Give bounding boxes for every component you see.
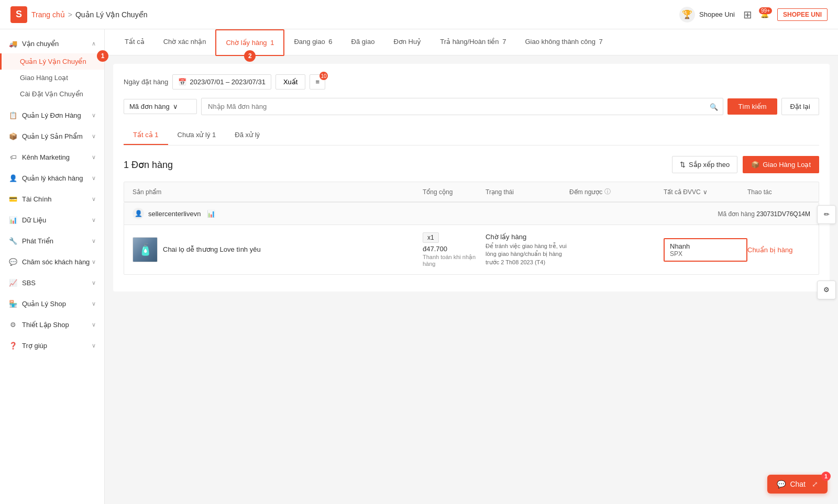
tab-tra-hang-badge: 7 (502, 38, 506, 46)
order-id-value: 230731DV76Q14M (756, 210, 810, 218)
list-options-button[interactable]: ≡ 10 (310, 74, 325, 89)
sidebar-section-van-chuyen: 🚚 Vận chuyển ∧ Quản Lý Vận Chuyển 1 Giao… (0, 33, 104, 104)
notification-button[interactable]: 🔔 99+ (760, 10, 769, 18)
carrier-name: Nhanh (670, 242, 741, 250)
right-btn-2[interactable]: ⚙ (817, 281, 836, 299)
price-value: đ47.700 (423, 245, 486, 253)
list-badge: 10 (319, 72, 328, 80)
order-id-label: Mã đơn hàng (718, 210, 757, 218)
sidebar-item-quan-ly-van-chuyen[interactable]: Quản Lý Vận Chuyển 1 (0, 53, 104, 70)
search-type-select[interactable]: Mã đơn hàng ∨ (124, 99, 197, 114)
tro-giup-label: Trợ giúp (22, 342, 47, 350)
sidebar-section-tro-giup: ❓ Trợ giúp ∨ (0, 335, 104, 355)
sidebar-header-thiet-lap[interactable]: ⚙ Thiết Lập Shop ∨ (0, 315, 104, 334)
tab-tra-hang[interactable]: Trả hàng/Hoàn tiền 7 (431, 29, 515, 55)
van-chuyen-chevron: ∧ (92, 40, 96, 47)
tab-cho-xac-nhan[interactable]: Chờ xác nhận (154, 29, 216, 55)
order-item-row: 🧴 Chai lọ dễ thương Love tình yêu x1 đ47… (124, 225, 819, 274)
help-icon[interactable]: ⓘ (604, 187, 611, 196)
sidebar-section-tai-chinh: 💳 Tài Chính ∨ (0, 189, 104, 209)
notification-badge: 99+ (759, 7, 772, 14)
sidebar-item-cai-dat-van-chuyen[interactable]: Cài Đặt Vận Chuyển (0, 86, 104, 102)
status-cell: Chờ lấy hàng Để tránh việc giao hàng trễ… (486, 233, 569, 266)
phat-trien-label: Phát Triển (22, 237, 53, 245)
export-button[interactable]: Xuất (275, 74, 306, 89)
sidebar-header-khach-hang[interactable]: 👤 Quản lý khách hàng ∨ (0, 168, 104, 188)
action-link[interactable]: Chuẩn bị hàng (747, 246, 792, 254)
price-note: Thanh toán khi nhận hàng (423, 254, 486, 267)
sidebar-header-phat-trien[interactable]: 🔧 Phát Triển ∨ (0, 231, 104, 251)
sub-tab-chua-xu-ly[interactable]: Chưa xử lý 1 (168, 126, 226, 145)
col-dem-nguoc: Đếm ngược ⓘ (569, 187, 664, 196)
search-button[interactable]: Tìm kiếm (727, 98, 777, 115)
sidebar-header-quan-ly-don-hang[interactable]: 📋 Quản Lý Đơn Hàng ∨ (0, 105, 104, 125)
order-id-section: Mã đơn hàng 230731DV76Q14M (718, 210, 810, 218)
main-content: Tất cả Chờ xác nhận Chờ lấy hàng 1 2 Đan… (105, 29, 838, 504)
date-picker[interactable]: 📅 2023/07/01 – 2023/07/31 (172, 74, 271, 89)
sidebar-header-quan-ly-shop[interactable]: 🏪 Quản Lý Shop ∨ (0, 294, 104, 313)
tab-da-giao[interactable]: Đã giao (342, 29, 384, 55)
sidebar-header-tai-chinh[interactable]: 💳 Tài Chính ∨ (0, 189, 104, 209)
search-row: Mã đơn hàng ∨ 🔍 Tìm kiếm Đặt lại (124, 98, 819, 115)
chat-badge: 1 (821, 472, 831, 481)
price-cell: x1 đ47.700 Thanh toán khi nhận hàng (423, 232, 486, 267)
shopee-logo[interactable]: S (10, 6, 27, 23)
dvvc-chevron: ∨ (703, 188, 708, 196)
quantity-badge: x1 (423, 232, 439, 243)
sub-tab-tat-ca[interactable]: Tất cả 1 (124, 126, 168, 145)
product-name: Chai lọ dễ thương Love tình yêu (163, 245, 261, 254)
bulk-ship-button[interactable]: 📦 Giao Hàng Loạt (743, 156, 819, 173)
sort-button[interactable]: ⇅ Sắp xếp theo (672, 156, 737, 173)
sidebar-header-du-lieu[interactable]: 📊 Dữ Liệu ∨ (0, 210, 104, 230)
search-input-wrap: 🔍 (201, 98, 723, 115)
sidebar-section-phat-trien: 🔧 Phát Triển ∨ (0, 231, 104, 251)
sidebar-header-cham-soc[interactable]: 💬 Chăm sóc khách hàng ∨ (0, 252, 104, 272)
report-icon[interactable]: 📊 (207, 210, 215, 218)
sidebar-header-kenh-marketing[interactable]: 🏷 Kênh Marketing ∨ (0, 147, 104, 167)
van-chuyen-label: Vận chuyển (22, 40, 59, 48)
reset-button[interactable]: Đặt lại (781, 98, 819, 115)
marketing-icon: 🏷 (8, 152, 18, 162)
sidebar-item-giao-hang-loat[interactable]: Giao Hàng Loạt (0, 70, 104, 86)
tab-giao-khong-thanh-cong[interactable]: Giao không thành công 7 (515, 29, 612, 55)
tab-cho-lay-hang[interactable]: Chờ lấy hàng 1 2 (215, 29, 284, 56)
breadcrumb-home[interactable]: Trang chủ (31, 10, 65, 19)
header-right: 🏆 Shopee Uni ⊞ 🔔 99+ SHOPEE UNI (679, 7, 828, 23)
cham-soc-label: Chăm sóc khách hàng (22, 258, 90, 266)
product-cell: 🧴 Chai lọ dễ thương Love tình yêu (133, 237, 423, 262)
du-lieu-label: Dữ Liệu (22, 216, 46, 224)
chat-expand-icon: ⤢ (812, 480, 818, 488)
filter-left: Ngày đặt hàng 📅 2023/07/01 – 2023/07/31 … (124, 74, 325, 89)
col-dvvc[interactable]: Tất cả ĐVVC ∨ (664, 187, 747, 196)
sidebar: 🚚 Vận chuyển ∧ Quản Lý Vận Chuyển 1 Giao… (0, 29, 105, 504)
chat-button[interactable]: 💬 Chat 1 ⤢ (767, 475, 828, 494)
order-header: 1 Đơn hàng ⇅ Sắp xếp theo 📦 Giao Hàng Lo… (124, 156, 819, 173)
tab-tat-ca[interactable]: Tất cả (115, 29, 154, 55)
sidebar-header-tro-giup[interactable]: ❓ Trợ giúp ∨ (0, 335, 104, 355)
thiet-lap-label: Thiết Lập Shop (22, 321, 69, 329)
sbs-icon: 📈 (8, 278, 18, 287)
col-san-pham: Sản phẩm (133, 187, 423, 196)
tab-don-huy[interactable]: Đơn Huỷ (384, 29, 431, 55)
sidebar-section-quan-ly-don-hang: 📋 Quản Lý Đơn Hàng ∨ (0, 105, 104, 125)
tab-cho-lay-hang-badge: 1 (270, 39, 274, 47)
right-btn-1[interactable]: ✏ (817, 205, 836, 224)
search-input[interactable] (201, 98, 723, 115)
sidebar-header-san-pham[interactable]: 📦 Quản Lý Sản Phẩm ∨ (0, 126, 104, 146)
sidebar-header-sbs[interactable]: 📈 SBS ∨ (0, 273, 104, 293)
sub-tab-da-xu-ly[interactable]: Đã xử lý (225, 126, 269, 145)
order-group: 👤 sellercenterlivevn 📊 Mã đơn hàng 23073… (124, 202, 819, 275)
shopee-uni-button[interactable]: SHOPEE UNI (777, 8, 828, 21)
phat-trien-icon: 🔧 (8, 236, 18, 245)
breadcrumb-current: Quản Lý Vận Chuyển (75, 10, 148, 19)
bulk-ship-label: Giao Hàng Loạt (763, 161, 811, 169)
khach-hang-icon: 👤 (8, 173, 18, 183)
tab-dang-giao[interactable]: Đang giao 6 (284, 29, 341, 55)
seller-name: sellercenterlivevn (148, 210, 201, 218)
search-icon[interactable]: 🔍 (710, 103, 718, 110)
grid-icon[interactable]: ⊞ (743, 8, 752, 21)
sidebar-section-quan-ly-shop: 🏪 Quản Lý Shop ∨ (0, 294, 104, 313)
sidebar-header-van-chuyen[interactable]: 🚚 Vận chuyển ∧ (0, 33, 104, 53)
tab-giao-khong-badge: 7 (599, 38, 603, 46)
thiet-lap-icon: ⚙ (8, 320, 18, 329)
